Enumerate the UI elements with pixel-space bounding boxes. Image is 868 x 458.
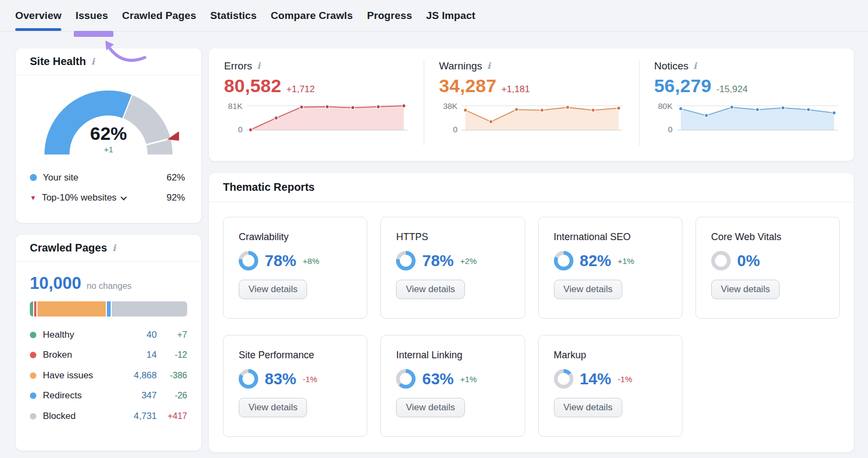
international-seo-title: International SEO — [554, 231, 667, 243]
notices-title: Notices — [654, 60, 688, 72]
info-icon[interactable]: i — [693, 62, 697, 70]
info-icon[interactable]: i — [487, 62, 490, 70]
view-details-button[interactable]: View details — [711, 280, 780, 299]
view-details-button[interactable]: View details — [396, 398, 464, 417]
have-issues-dot-icon — [30, 372, 36, 379]
site-health-title: Site Health — [30, 55, 86, 68]
crawled-pages-title: Crawled Pages — [30, 242, 107, 254]
info-icon[interactable]: i — [91, 57, 94, 66]
tab-compare-crawls[interactable]: Compare Crawls — [271, 0, 353, 31]
errors-title: Errors — [224, 60, 252, 72]
broken-dot-icon — [30, 352, 36, 358]
notices-value[interactable]: 56,279 — [654, 75, 712, 96]
warnings-metric: Warnings i 34,287 +1,181 38K 0 — [424, 48, 639, 161]
crawled-pages-card: Crawled Pages i 10,000 no changes Health… — [15, 234, 202, 451]
site-performance-delta: -1% — [303, 375, 317, 384]
healthy-value[interactable]: 40 — [117, 330, 157, 340]
blocked-value[interactable]: 4,731 — [117, 411, 157, 422]
errors-value[interactable]: 80,582 — [224, 75, 282, 96]
warnings-title: Warnings — [439, 60, 482, 72]
bar-segment-healthy[interactable] — [30, 301, 33, 317]
notices-metric: Notices i 56,279 -15,924 80K 0 — [639, 48, 854, 161]
redirects-delta: -26 — [157, 391, 187, 401]
site-performance-score: 83% — [265, 370, 296, 388]
crawlability-score: 78% — [265, 252, 296, 270]
view-details-button[interactable]: View details — [239, 280, 307, 299]
your-site-dot-icon — [30, 174, 37, 181]
view-details-button[interactable]: View details — [554, 398, 622, 417]
benchmark-label: Top-10% websites — [42, 192, 117, 203]
warnings-sparkline — [462, 101, 622, 134]
tab-statistics[interactable]: Statistics — [210, 0, 257, 31]
report-card-site-performance: Site Performance 83% -1% View details — [223, 335, 367, 437]
site-health-delta: +1 — [38, 145, 179, 154]
tab-issues[interactable]: Issues — [75, 0, 108, 31]
benchmark-triangle-icon: ▼ — [30, 195, 36, 201]
site-performance-title: Site Performance — [239, 350, 352, 361]
info-icon[interactable]: i — [112, 244, 116, 253]
view-details-button[interactable]: View details — [554, 280, 622, 299]
legend-row-redirects: Redirects 347 -26 — [30, 386, 187, 407]
view-details-button[interactable]: View details — [239, 398, 307, 417]
redirects-dot-icon — [30, 392, 36, 399]
internal-linking-title: Internal Linking — [396, 350, 509, 361]
markup-title: Markup — [554, 350, 667, 361]
core-web-vitals-donut-icon — [711, 251, 731, 270]
report-card-core-web-vitals: Core Web Vitals 0% View details — [695, 217, 840, 319]
notices-delta: -15,924 — [716, 84, 748, 95]
core-web-vitals-score: 0% — [737, 252, 760, 270]
warnings-value[interactable]: 34,287 — [439, 75, 496, 96]
healthy-delta: +7 — [157, 330, 187, 340]
site-performance-donut-icon — [239, 369, 258, 389]
legend-row-have-issues: Have issues 4,868 -386 — [30, 365, 187, 386]
info-icon[interactable]: i — [257, 62, 260, 70]
healthy-label: Healthy — [43, 330, 74, 340]
have-issues-value[interactable]: 4,868 — [117, 370, 157, 381]
blocked-dot-icon — [30, 413, 36, 420]
crawled-pages-legend: Healthy 40 +7 Broken 14 -12 Have issues … — [30, 325, 187, 427]
warnings-delta: +1,181 — [501, 84, 529, 95]
errors-y-axis: 81K 0 — [224, 101, 247, 134]
report-card-internal-linking: Internal Linking 63% +1% View details — [380, 335, 525, 437]
crawled-pages-total[interactable]: 10,000 — [30, 274, 81, 293]
thematic-reports-card: Thematic Reports Crawlability 78% +8% Vi… — [208, 172, 854, 453]
legend-row-benchmark[interactable]: ▼ Top-10% websites 92% — [30, 188, 185, 208]
international-seo-donut-icon — [554, 251, 573, 270]
crawled-pages-change-note: no changes — [87, 281, 132, 291]
errors-delta: +1,712 — [286, 84, 315, 95]
report-card-international-seo: International SEO 82% +1% View details — [538, 217, 682, 319]
crawlability-donut-icon — [239, 251, 258, 270]
crawled-pages-stacked-bar — [30, 301, 187, 317]
bar-segment-blocked[interactable] — [112, 301, 187, 317]
bar-segment-broken[interactable] — [34, 301, 36, 317]
internal-linking-donut-icon — [396, 369, 416, 389]
issues-summary-card: Errors i 80,582 +1,712 81K 0 Warnings i … — [208, 48, 854, 162]
bar-segment-have-issues[interactable] — [37, 301, 106, 317]
https-delta: +2% — [460, 256, 476, 266]
broken-value[interactable]: 14 — [117, 350, 157, 360]
chevron-down-icon[interactable] — [120, 194, 126, 200]
notices-sparkline — [677, 101, 838, 134]
https-title: HTTPS — [396, 231, 509, 243]
errors-metric: Errors i 80,582 +1,712 81K 0 — [209, 48, 424, 161]
report-tabs: Overview Issues Crawled Pages Statistics… — [0, 0, 868, 31]
healthy-dot-icon — [30, 332, 36, 338]
thematic-reports-grid: Crawlability 78% +8% View details HTTPS … — [209, 202, 854, 437]
bar-segment-redirects[interactable] — [107, 301, 111, 317]
tab-js-impact[interactable]: JS Impact — [426, 0, 476, 31]
view-details-button[interactable]: View details — [396, 280, 464, 299]
tab-crawled-pages[interactable]: Crawled Pages — [122, 0, 196, 31]
crawlability-delta: +8% — [303, 256, 319, 266]
tab-progress[interactable]: Progress — [367, 0, 412, 31]
site-health-score: 62% — [38, 123, 179, 144]
report-card-crawlability: Crawlability 78% +8% View details — [223, 217, 367, 319]
redirects-value[interactable]: 347 — [117, 390, 157, 401]
your-site-label: Your site — [43, 172, 79, 183]
errors-sparkline — [247, 101, 407, 134]
report-card-https: HTTPS 78% +2% View details — [380, 217, 525, 319]
internal-linking-score: 63% — [422, 370, 454, 388]
your-site-value: 62% — [167, 172, 185, 183]
warnings-y-axis: 38K 0 — [439, 101, 462, 134]
tab-overview[interactable]: Overview — [15, 0, 61, 31]
site-health-gauge: 62% +1 — [38, 85, 179, 159]
